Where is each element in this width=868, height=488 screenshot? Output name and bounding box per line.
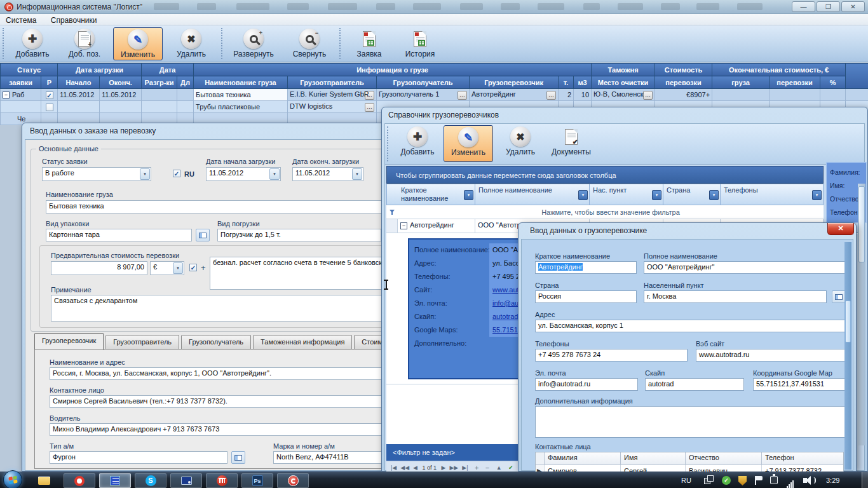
taskbar-bank-client[interactable] — [206, 473, 238, 488]
nav-next-page-icon[interactable]: ▶▶ — [449, 464, 458, 471]
toolbar-drag-handle[interactable] — [3, 28, 4, 59]
chevron-down-icon[interactable]: ▼ — [173, 262, 183, 274]
shield-icon[interactable] — [738, 476, 747, 485]
minimize-button[interactable]: — — [792, 1, 815, 12]
filter-dropdown-icon[interactable]: ▼ — [464, 190, 473, 200]
website-field[interactable]: www.autotrad.ru — [696, 349, 846, 362]
lookup-icon[interactable] — [231, 451, 245, 464]
nav-edit-icon[interactable]: ▲ — [496, 464, 502, 471]
nav-first-icon[interactable]: |◀ — [391, 464, 397, 471]
taskbar-remote-viewer[interactable] — [170, 473, 202, 488]
add-button[interactable]: ✚ Добавить — [8, 27, 57, 60]
col-unload[interactable]: Разгр-ки — [142, 76, 177, 89]
taskbar-skype[interactable]: S — [135, 473, 166, 488]
col-shipper[interactable]: Грузоотправитель — [288, 76, 377, 89]
dialog-scrollbar[interactable] — [844, 242, 851, 470]
start-button[interactable] — [3, 470, 22, 488]
col-m3[interactable]: м3 — [574, 76, 592, 89]
hidden-icons-icon[interactable] — [707, 475, 714, 482]
filter-dropdown-icon[interactable]: ▼ — [578, 190, 588, 200]
nav-add-icon[interactable]: + — [475, 464, 478, 471]
chevron-down-icon[interactable]: ▼ — [140, 168, 150, 180]
row-checkbox[interactable] — [46, 104, 53, 111]
nav-commit-icon[interactable]: ✔ — [508, 464, 513, 471]
scrollbar-thumb[interactable] — [858, 186, 865, 262]
col-cargo-name[interactable]: Наименование груза — [194, 76, 288, 89]
address-field[interactable]: ул. Бассманская, корпус 1 — [535, 320, 846, 332]
contact-person-field[interactable]: Смирнов Сергей Васильевич (тел.:+7 913 7… — [50, 395, 385, 408]
col-full-name[interactable]: Полное наименование ▼ — [475, 184, 590, 205]
tab-customs-info[interactable]: Таможенная информация — [253, 335, 352, 349]
ru-checkbox[interactable]: ✓ — [173, 170, 180, 177]
col-customs-place[interactable]: Место очистки — [592, 76, 655, 89]
loading-field[interactable]: Погрузчик до 1,5 т. — [217, 229, 381, 241]
nav-remove-icon[interactable]: − — [485, 464, 489, 471]
history-report-button[interactable]: История — [395, 27, 445, 60]
col-start[interactable]: Начало — [58, 76, 100, 89]
filter-row[interactable]: Нажмите, чтобы ввести значение фильтра — [386, 205, 824, 219]
col-transport-final[interactable]: перевозки — [770, 76, 820, 89]
filter-dropdown-icon[interactable]: ▼ — [709, 190, 719, 200]
menu-spravochniki[interactable]: Справочники — [45, 15, 103, 26]
filter-dropdown-icon[interactable]: ▼ — [652, 190, 661, 200]
row-checkbox[interactable]: ✓ — [46, 92, 53, 99]
toolbar-drag-handle[interactable] — [339, 28, 341, 59]
tab-shipper[interactable]: Грузоотправитель — [105, 335, 179, 349]
country-field[interactable]: Россия — [535, 290, 637, 303]
packing-field[interactable]: Картонная тара — [46, 229, 192, 241]
nav-prev-icon[interactable]: ◀ — [413, 464, 417, 471]
col-carrier[interactable]: Грузоперевозчик — [470, 76, 559, 89]
add-position-button[interactable]: + Доб. поз. — [60, 27, 109, 60]
show-desktop-button[interactable] — [862, 472, 868, 488]
carrier-delete-button[interactable]: ✖ Удалить — [496, 125, 545, 162]
contacts-col-phone[interactable]: Телефон — [762, 452, 844, 465]
group-header-date[interactable]: Дата — [142, 64, 194, 76]
ellipsis-button[interactable]: … — [365, 103, 374, 112]
phones-field[interactable]: +7 495 278 7673 24 — [535, 349, 688, 362]
taskbar-logist-app[interactable] — [99, 473, 131, 488]
extra-info-field[interactable] — [535, 406, 846, 438]
full-name-field[interactable]: ООО "Автотрейдинг" — [644, 261, 846, 274]
col-end[interactable]: Оконч. — [100, 76, 142, 89]
menu-sistema[interactable]: Система — [0, 15, 42, 26]
group-header-cost[interactable]: Стоимость — [655, 64, 712, 76]
ellipsis-button[interactable]: … — [643, 91, 653, 100]
filter-hint[interactable]: Нажмите, чтобы ввести значение фильтра — [398, 205, 824, 219]
nav-next-icon[interactable]: ▶ — [441, 464, 445, 471]
short-name-field[interactable]: Автотрейдинг — [535, 261, 637, 274]
network-signal-icon[interactable] — [787, 477, 794, 488]
vertical-scrollbar[interactable] — [858, 184, 865, 445]
col-transport-cost[interactable]: перевозки — [655, 76, 712, 89]
power-plug-icon[interactable] — [770, 476, 778, 484]
antivirus-status-icon[interactable]: ✓ — [722, 476, 731, 485]
language-indicator[interactable]: RU — [681, 477, 691, 484]
edit-button[interactable]: ✎ Изменить — [113, 27, 163, 60]
lookup-icon[interactable] — [196, 229, 210, 241]
contacts-col-firstname[interactable]: Имя — [621, 452, 686, 465]
cost-field[interactable]: 8 907,00 — [51, 261, 147, 275]
col-r[interactable]: Р — [41, 76, 58, 89]
skype-field[interactable]: autotrad — [645, 378, 744, 391]
collapse-button[interactable]: − Свернуть — [285, 27, 334, 60]
toolbar-drag-handle[interactable] — [221, 28, 222, 59]
col-t[interactable]: т. — [559, 76, 574, 89]
filter-dropdown-icon[interactable]: ▼ — [812, 190, 822, 200]
contacts-col-lastname[interactable]: Фамилия — [545, 452, 621, 465]
col-phones[interactable]: Телефоны ▼ — [721, 184, 824, 205]
ellipsis-button[interactable]: … — [546, 91, 556, 100]
expand-button[interactable]: + Развернуть — [226, 27, 281, 60]
carrier-add-button[interactable]: ✚ Добавить — [393, 125, 442, 162]
tab-consignee[interactable]: Грузополучатель — [181, 335, 251, 349]
collapse-row-icon[interactable]: − — [400, 222, 407, 229]
toolbar-drag-handle[interactable] — [387, 126, 388, 161]
truck-field[interactable]: North Benz, АФ47411В — [273, 451, 385, 464]
group-by-band[interactable]: Чтобы сгруппировать данные переместите с… — [386, 166, 824, 184]
tab-carrier[interactable]: Грузоперевозчик — [34, 333, 104, 349]
scrollbar-thumb[interactable] — [845, 301, 851, 342]
taskbar-photoshop[interactable]: Ps — [241, 473, 273, 488]
ellipsis-button[interactable]: … — [458, 91, 467, 100]
col-city[interactable]: Нас. пункт ▼ — [590, 184, 663, 205]
carrier-edit-button[interactable]: ✎ Изменить — [444, 125, 493, 162]
action-center-flag-icon[interactable] — [756, 476, 763, 480]
close-button[interactable]: ✕ — [841, 1, 865, 12]
